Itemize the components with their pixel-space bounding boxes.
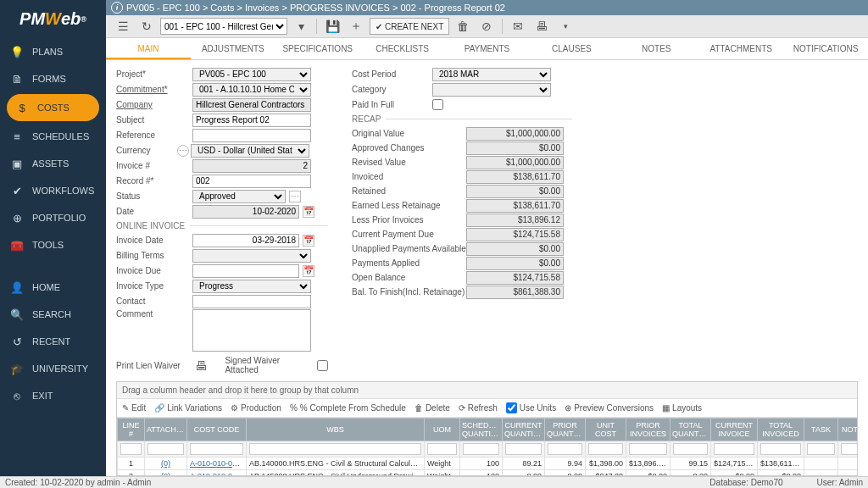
filter-input[interactable] bbox=[841, 443, 858, 455]
reference-input[interactable] bbox=[192, 129, 311, 142]
col-header[interactable]: PRIOR QUANTITY bbox=[545, 419, 586, 441]
complete-schedule-button[interactable]: % % Complete From Schedule bbox=[290, 403, 406, 413]
col-header[interactable]: TOTAL QUANTITY bbox=[670, 419, 711, 441]
dropdown-icon[interactable]: ▾ bbox=[291, 17, 311, 36]
invoice-type-select[interactable]: Progress bbox=[192, 280, 311, 293]
category-select[interactable] bbox=[432, 83, 551, 97]
contact-input[interactable] bbox=[192, 295, 311, 308]
tab-checklists[interactable]: CHECKLISTS bbox=[360, 38, 445, 59]
col-header[interactable]: COST CODE bbox=[187, 419, 247, 441]
nav-forms[interactable]: 🗎FORMS bbox=[0, 65, 106, 92]
layouts-button[interactable]: ▦ Layouts bbox=[662, 403, 702, 413]
preview-conversions-button[interactable]: ⊛ Preview Conversions bbox=[565, 403, 654, 413]
costcode-link[interactable]: A-010-010-0010 bbox=[190, 459, 245, 468]
col-header[interactable]: WBS bbox=[247, 419, 425, 441]
filter-input[interactable] bbox=[147, 443, 184, 455]
paid-in-full-checkbox[interactable] bbox=[432, 99, 443, 110]
print-icon[interactable]: 🖶 bbox=[531, 17, 552, 36]
date-calendar-icon[interactable]: 📅 bbox=[303, 206, 314, 218]
invoice-due-calendar-icon[interactable]: 📅 bbox=[303, 265, 314, 277]
filter-input[interactable] bbox=[190, 443, 243, 455]
refresh-button[interactable]: ⟳ Refresh bbox=[459, 403, 498, 413]
use-units-checkbox[interactable]: Use Units bbox=[506, 402, 556, 413]
invoice-date-calendar-icon[interactable]: 📅 bbox=[303, 235, 314, 247]
cancel-icon[interactable]: ⊘ bbox=[476, 17, 497, 36]
list-icon[interactable]: ☰ bbox=[113, 17, 133, 36]
filter-input[interactable] bbox=[427, 443, 457, 455]
edit-button[interactable]: ✎ Edit bbox=[122, 403, 146, 413]
filter-input[interactable] bbox=[673, 443, 708, 455]
filter-input[interactable] bbox=[714, 443, 754, 455]
nav-search[interactable]: 🔍SEARCH bbox=[0, 301, 106, 328]
nav-plans[interactable]: 💡PLANS bbox=[0, 38, 106, 65]
production-button[interactable]: ⚙ Production bbox=[231, 403, 281, 413]
mail-icon[interactable]: ✉ bbox=[508, 17, 528, 36]
link-variations-button[interactable]: 🔗 Link Variations bbox=[154, 403, 222, 413]
history-icon[interactable]: ↻ bbox=[136, 17, 157, 36]
comment-textarea[interactable] bbox=[192, 309, 311, 352]
delete-button[interactable]: 🗑 Delete bbox=[415, 403, 450, 413]
nav-costs[interactable]: $COSTS bbox=[7, 94, 99, 121]
delete-icon[interactable]: 🗑 bbox=[453, 17, 473, 36]
col-header[interactable]: NOTES bbox=[838, 419, 859, 441]
company-input[interactable] bbox=[192, 98, 311, 112]
nav-home[interactable]: 👤HOME bbox=[0, 274, 106, 301]
invoice-no-input[interactable] bbox=[192, 159, 311, 173]
create-next-button[interactable]: ✔ CREATE NEXT bbox=[370, 18, 449, 35]
filter-input[interactable] bbox=[120, 443, 142, 455]
col-header[interactable]: LINE # bbox=[118, 419, 145, 441]
save-icon[interactable]: 💾 bbox=[322, 17, 342, 36]
billing-terms-select[interactable] bbox=[192, 249, 311, 263]
filter-input[interactable] bbox=[807, 443, 835, 455]
tab-notes[interactable]: NOTES bbox=[614, 38, 698, 59]
nav-schedules[interactable]: ≡SCHEDULES bbox=[0, 123, 106, 150]
attachments-link[interactable]: (0) bbox=[161, 459, 170, 468]
invoice-date-input[interactable] bbox=[192, 234, 299, 247]
add-icon[interactable]: ＋ bbox=[346, 17, 366, 36]
filter-input[interactable] bbox=[760, 443, 801, 455]
nav-tools[interactable]: 🧰TOOLS bbox=[0, 231, 106, 258]
filter-input[interactable] bbox=[505, 443, 542, 455]
col-header[interactable]: CURRENT QUANTITY bbox=[503, 419, 545, 441]
cost-period-select[interactable]: 2018 MAR bbox=[432, 68, 551, 81]
currency-select[interactable]: USD - Dollar (United States of America) bbox=[191, 144, 309, 158]
project-select[interactable]: PV005 - EPC 100 bbox=[192, 68, 311, 81]
col-header[interactable]: TOTAL INVOICED bbox=[758, 419, 804, 441]
date-input[interactable] bbox=[192, 205, 299, 219]
filter-input[interactable] bbox=[588, 443, 623, 455]
col-header[interactable]: UOM bbox=[425, 419, 460, 441]
currency-options-icon[interactable]: ⋯ bbox=[177, 145, 189, 157]
tab-attachments[interactable]: ATTACHMENTS bbox=[698, 38, 783, 59]
col-header[interactable]: UNIT COST bbox=[586, 419, 626, 441]
invoice-due-input[interactable] bbox=[192, 264, 299, 278]
nav-exit[interactable]: ⎋EXIT bbox=[0, 382, 106, 409]
record-no-input[interactable] bbox=[192, 175, 311, 188]
tab-main[interactable]: MAIN bbox=[106, 38, 191, 59]
tab-notifications[interactable]: NOTIFICATIONS bbox=[783, 38, 868, 59]
subject-input[interactable] bbox=[192, 114, 311, 127]
col-header[interactable]: ATTACHMENTS bbox=[145, 419, 187, 441]
nav-assets[interactable]: ▣ASSETS bbox=[0, 150, 106, 177]
nav-university[interactable]: 🎓UNIVERSITY bbox=[0, 355, 106, 382]
filter-input[interactable] bbox=[249, 443, 421, 455]
nav-portfolio[interactable]: ⊕PORTFOLIO bbox=[0, 204, 106, 231]
info-icon[interactable]: i bbox=[111, 2, 123, 14]
col-header[interactable]: SCHEDULED QUANTITY bbox=[460, 419, 503, 441]
filter-input[interactable] bbox=[629, 443, 667, 455]
nav-recent[interactable]: ↺RECENT bbox=[0, 328, 106, 355]
nav-workflows[interactable]: ✔WORKFLOWS bbox=[0, 177, 106, 204]
status-select[interactable]: Approved bbox=[192, 190, 286, 203]
filter-input[interactable] bbox=[463, 443, 499, 455]
tab-specifications[interactable]: SPECIFICATIONS bbox=[275, 38, 360, 59]
print-icon[interactable]: 🖶 bbox=[195, 358, 208, 373]
col-header[interactable]: TASK bbox=[804, 419, 838, 441]
tab-adjustments[interactable]: ADJUSTMENTS bbox=[191, 38, 275, 59]
tab-payments[interactable]: PAYMENTS bbox=[445, 38, 530, 59]
filter-input[interactable] bbox=[548, 443, 582, 455]
print-dropdown-icon[interactable]: ▾ bbox=[555, 17, 576, 36]
col-header[interactable]: PRIOR INVOICES bbox=[626, 419, 670, 441]
table-row[interactable]: 2(0)A-010-010-0010AB.145000.HRS.ENG - Ci… bbox=[118, 470, 859, 477]
record-selector[interactable]: 001 - EPC 100 - Hillcrest General Con bbox=[160, 18, 287, 35]
tab-clauses[interactable]: CLAUSES bbox=[529, 38, 614, 59]
group-hint[interactable]: Drag a column header and drop it here to… bbox=[117, 382, 857, 399]
